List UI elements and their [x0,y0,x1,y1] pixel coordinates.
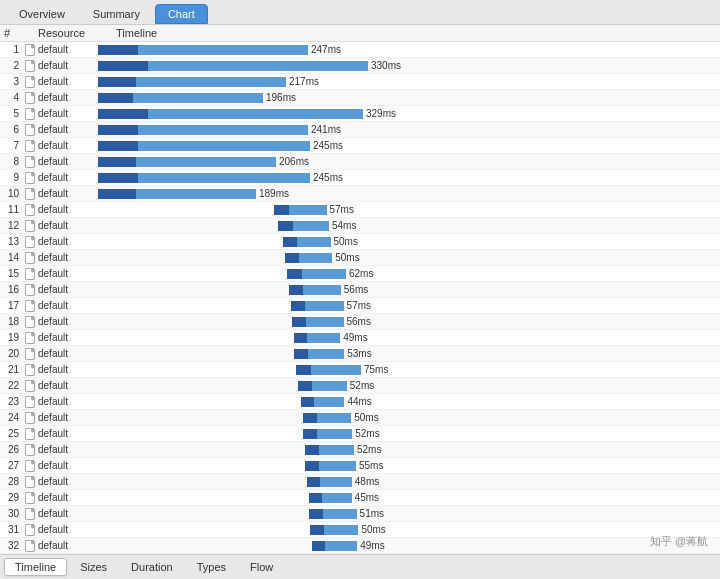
cell-resource: default [38,44,98,55]
file-icon [25,172,35,184]
table-row: 27 default 55ms [0,458,720,474]
bottom-tab-duration[interactable]: Duration [120,558,184,576]
bar-label: 54ms [332,220,356,231]
bar-light [138,45,308,55]
bar-label: 196ms [266,92,296,103]
top-tab-chart[interactable]: Chart [155,4,208,24]
cell-num: 22 [0,380,22,391]
cell-timeline: 196ms [98,90,720,105]
bar-label: 52ms [357,444,381,455]
bar-light [319,445,354,455]
bar-light [324,525,358,535]
cell-resource: default [38,492,98,503]
bar-dark [309,509,323,519]
cell-icon [22,348,38,360]
table-row: 14 default 50ms [0,250,720,266]
bottom-tab-timeline[interactable]: Timeline [4,558,67,576]
bottom-tab-flow[interactable]: Flow [239,558,284,576]
bar-light [136,157,276,167]
cell-timeline: 75ms [98,362,720,377]
file-icon [25,508,35,520]
cell-timeline: 48ms [98,474,720,489]
bar-label: 56ms [344,284,368,295]
bar-light [307,333,340,343]
cell-timeline: 329ms [98,106,720,121]
cell-num: 3 [0,76,22,87]
cell-icon [22,396,38,408]
bar-label: 75ms [364,364,388,375]
cell-icon [22,524,38,536]
table-row: 25 default 52ms [0,426,720,442]
table-row: 23 default 44ms [0,394,720,410]
bottom-tab-sizes[interactable]: Sizes [69,558,118,576]
table-row: 16 default 56ms [0,282,720,298]
cell-timeline: 330ms [98,58,720,73]
cell-icon [22,60,38,72]
bar-light [312,381,347,391]
bar-light [317,429,352,439]
bar-label: 330ms [371,60,401,71]
cell-resource: default [38,540,98,551]
cell-icon [22,156,38,168]
table-row: 6 default 241ms [0,122,720,138]
bar-dark [287,269,302,279]
cell-timeline: 56ms [98,282,720,297]
bar-dark [98,157,136,167]
cell-icon [22,284,38,296]
cell-resource: default [38,108,98,119]
cell-icon [22,380,38,392]
top-tab-summary[interactable]: Summary [80,4,153,24]
bar-dark [98,173,138,183]
bar-label: 245ms [313,172,343,183]
bar-dark [291,301,305,311]
cell-icon [22,444,38,456]
cell-timeline: 53ms [98,346,720,361]
bar-label: 49ms [343,332,367,343]
bar-light [299,253,332,263]
bar-dark [305,445,319,455]
cell-resource: default [38,220,98,231]
bar-label: 50ms [361,524,385,535]
cell-num: 13 [0,236,22,247]
file-icon [25,76,35,88]
table-row: 29 default 45ms [0,490,720,506]
cell-timeline: 245ms [98,170,720,185]
table-row: 19 default 49ms [0,330,720,346]
cell-resource: default [38,252,98,263]
cell-icon [22,332,38,344]
cell-icon [22,124,38,136]
table-row: 5 default 329ms [0,106,720,122]
bar-light [311,365,361,375]
bar-dark [305,461,319,471]
bar-label: 57ms [330,204,354,215]
bottom-tab-types[interactable]: Types [186,558,237,576]
top-tab-bar: OverviewSummaryChart [0,0,720,25]
file-icon [25,268,35,280]
file-icon [25,348,35,360]
bar-light [308,349,344,359]
cell-timeline: 189ms [98,186,720,201]
cell-resource: default [38,156,98,167]
cell-num: 16 [0,284,22,295]
bar-light [148,109,363,119]
cell-icon [22,236,38,248]
cell-timeline: 62ms [98,266,720,281]
bar-light [323,509,357,519]
cell-resource: default [38,76,98,87]
cell-timeline: 217ms [98,74,720,89]
bar-label: 50ms [334,236,358,247]
cell-num: 6 [0,124,22,135]
cell-num: 25 [0,428,22,439]
cell-num: 15 [0,268,22,279]
cell-timeline: 44ms [98,394,720,409]
bar-light [305,301,344,311]
cell-resource: default [38,188,98,199]
cell-icon [22,540,38,552]
cell-icon [22,252,38,264]
bar-label: 62ms [349,268,373,279]
table-row: 20 default 53ms [0,346,720,362]
top-tab-overview[interactable]: Overview [6,4,78,24]
table-row: 31 default 50ms [0,522,720,538]
cell-timeline: 241ms [98,122,720,137]
table-row: 32 default 49ms [0,538,720,554]
